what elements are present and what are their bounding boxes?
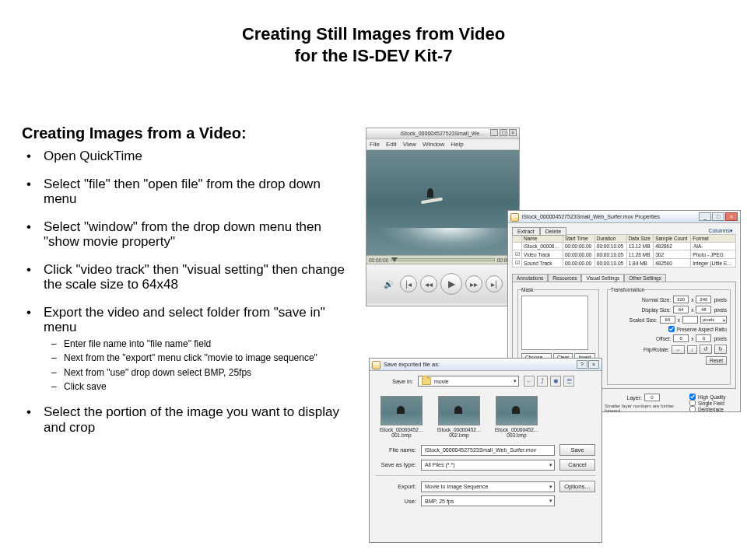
scaled-width-input[interactable]: 64: [660, 316, 675, 324]
table-row[interactable]: iStock_00000… 00:00:00.00 00:00:10.05 13…: [513, 243, 736, 250]
close-icon[interactable]: ×: [725, 212, 738, 221]
col-start[interactable]: Start Time: [563, 235, 594, 243]
offset-label: Offset:: [633, 336, 671, 341]
rewind-button[interactable]: ◂◂: [420, 275, 437, 292]
table-row[interactable]: ☑ Sound Track 00:00:00.00 00:00:10.05 1.…: [513, 259, 736, 268]
tab-resources[interactable]: Resources: [548, 274, 581, 282]
menu-help[interactable]: Help: [451, 139, 463, 149]
col-size[interactable]: Data Size: [626, 235, 653, 243]
export-select[interactable]: Movie to Image Sequence: [421, 481, 555, 492]
window-title: Save exported file as:: [384, 361, 440, 368]
sub-list-item: Click save: [44, 381, 356, 392]
cancel-button[interactable]: Cancel: [559, 459, 595, 471]
use-label: Use:: [376, 498, 416, 505]
quicktime-window: iStock_000004527523Small_We… _ □ × File …: [366, 128, 520, 306]
checkbox-icon[interactable]: ☑: [513, 259, 522, 268]
tab-visual-settings[interactable]: Visual Settings: [581, 274, 624, 282]
save-as-type-label: Save as type:: [376, 461, 416, 468]
save-as-type-select[interactable]: All Files (*.*): [421, 460, 555, 471]
display-width: 64: [673, 306, 689, 313]
play-button[interactable]: ▶: [440, 273, 462, 295]
tab-annotations[interactable]: Annotations: [512, 274, 548, 282]
menu-bar[interactable]: File Edit View Window Help: [366, 139, 519, 150]
file-thumb[interactable]: iStock_00000452… 003.bmp: [494, 396, 539, 438]
minimize-icon[interactable]: _: [699, 212, 711, 221]
single-field-checkbox[interactable]: [689, 400, 696, 406]
save-in-label: Save in:: [376, 378, 413, 385]
offset-y-input[interactable]: 0: [696, 334, 711, 342]
flip-h-icon[interactable]: ↔: [672, 345, 685, 354]
thumbnail-image: [496, 396, 538, 425]
file-thumb[interactable]: iStock_00000452… 001.bmp: [379, 396, 424, 438]
window-titlebar: Save exported file as: ? ×: [370, 359, 601, 371]
maximize-icon[interactable]: □: [712, 212, 724, 221]
back-icon[interactable]: ←: [524, 376, 535, 387]
offset-x-input[interactable]: 0: [673, 334, 689, 342]
sub-list-item: Next from "use" drop down select BMP, 25…: [44, 367, 356, 378]
checkbox-icon[interactable]: ☑: [513, 250, 522, 259]
surfer-figure: [421, 185, 444, 208]
file-thumb[interactable]: iStock_00000452… 002.bmp: [437, 396, 482, 438]
save-button[interactable]: Save: [559, 444, 595, 456]
col-format[interactable]: Format: [691, 235, 736, 243]
layer-label: Layer:: [605, 395, 642, 401]
col-duration[interactable]: Duration: [594, 235, 626, 243]
transformation-legend: Transformation: [611, 287, 644, 292]
close-icon[interactable]: ×: [588, 360, 599, 369]
section-heading: Creating Images from a Video:: [22, 124, 356, 142]
list-item: Export the video and select folder from …: [22, 305, 356, 393]
filename-input[interactable]: iStock_000004527523Small_Web_Surfer.mov: [421, 445, 555, 456]
scaled-unit-select[interactable]: pixels: [700, 316, 727, 324]
list-item-text: Export the video and select folder from …: [44, 305, 325, 335]
extract-button[interactable]: Extract: [512, 227, 540, 236]
minimize-icon[interactable]: _: [490, 129, 498, 136]
delete-button[interactable]: Delete: [540, 227, 566, 236]
scrubber[interactable]: 00:00:00 00:00:00: [366, 255, 519, 264]
page-title-line1: Creating Still Images from Video: [0, 23, 747, 45]
sub-list-item: Enter file name into "file name" field: [44, 338, 356, 349]
mask-legend: Mask: [521, 287, 534, 292]
deinterlace-checkbox[interactable]: [689, 406, 696, 412]
menu-window[interactable]: Window: [423, 139, 444, 149]
scrub-bar[interactable]: [391, 258, 494, 261]
rotate-cw-icon[interactable]: ↻: [714, 345, 727, 354]
col-samples[interactable]: Sample Count: [654, 235, 691, 243]
options-button[interactable]: Options…: [559, 481, 595, 492]
new-folder-icon[interactable]: ✱: [550, 376, 561, 387]
close-icon[interactable]: ×: [509, 129, 517, 136]
use-select[interactable]: BMP, 25 fps: [421, 495, 555, 506]
col-name[interactable]: Name: [522, 235, 563, 243]
layer-note: Smaller layer numbers are further forwar…: [605, 404, 683, 413]
scaled-height-input[interactable]: [682, 316, 698, 324]
reset-button[interactable]: Reset: [706, 356, 727, 365]
skip-start-button[interactable]: |◂: [400, 275, 417, 292]
flip-v-icon[interactable]: ↕: [687, 345, 697, 354]
tab-other-settings[interactable]: Other Settings: [624, 274, 666, 282]
up-icon[interactable]: ⤴: [537, 376, 548, 387]
rotate-ccw-icon[interactable]: ↺: [700, 345, 712, 354]
preserve-aspect-checkbox[interactable]: [668, 326, 675, 332]
skip-end-button[interactable]: ▸|: [486, 275, 503, 292]
save-in-select[interactable]: movie: [418, 376, 519, 387]
file-thumbnails: iStock_00000452… 001.bmp iStock_00000452…: [376, 391, 595, 439]
export-label: Export:: [376, 483, 416, 490]
volume-icon[interactable]: 🔊: [383, 280, 394, 289]
layer-input[interactable]: 0: [644, 394, 660, 401]
video-frame: [366, 150, 519, 255]
list-item: Select "file" then "open file" from the …: [22, 177, 356, 207]
window-title: iStock_000004527523Small_Web_Surfer.mov …: [522, 214, 660, 219]
display-height: 48: [696, 306, 711, 313]
maximize-icon[interactable]: □: [500, 129, 507, 136]
table-row[interactable]: ☑ Video Track 00:00:00.00 00:00:10.05 11…: [513, 250, 736, 259]
window-titlebar: iStock_000004527523Small_Web_Surfer.mov …: [508, 211, 740, 223]
view-menu-icon[interactable]: ☰: [563, 376, 574, 387]
menu-edit[interactable]: Edit: [386, 139, 397, 149]
menu-file[interactable]: File: [370, 139, 380, 149]
high-quality-checkbox[interactable]: [689, 394, 696, 400]
help-icon[interactable]: ?: [577, 360, 587, 369]
save-dialog: Save exported file as: ? × Save in: movi…: [369, 358, 602, 543]
display-size-label: Display Size:: [633, 307, 671, 313]
forward-button[interactable]: ▸▸: [465, 275, 482, 292]
menu-view[interactable]: View: [403, 139, 416, 149]
window-titlebar: iStock_000004527523Small_We… _ □ ×: [366, 128, 519, 139]
